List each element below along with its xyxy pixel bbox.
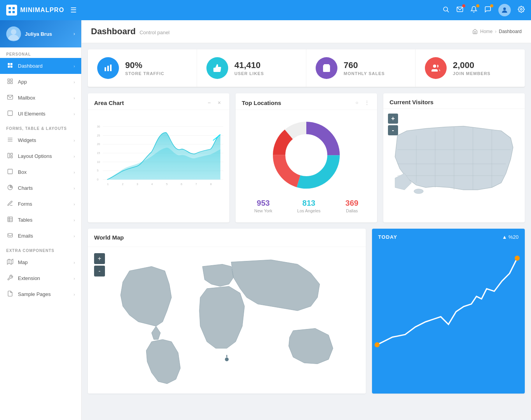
zoom-out-button[interactable]: -	[388, 125, 398, 135]
hamburger-icon[interactable]: ☰	[70, 6, 77, 14]
sidebar-item-map[interactable]: Map ›	[0, 254, 81, 270]
zoom-in-button[interactable]: +	[388, 114, 398, 124]
svg-rect-0	[9, 7, 11, 9]
sidebar-user-avatar	[6, 26, 21, 41]
world-map-body: + -	[88, 247, 366, 394]
sidebar-item-box[interactable]: Box ›	[0, 164, 81, 180]
logo-text: MINIMALPRO	[20, 7, 64, 14]
chevron-right-icon: ›	[73, 64, 75, 68]
svg-rect-17	[10, 82, 12, 84]
donut-stats: 953 New York 813 Los Angeles 369 Dallas	[242, 194, 371, 216]
sidebar-item-emails[interactable]: Emails ›	[0, 228, 81, 244]
donut-stat-la: 813 Los Angeles	[297, 199, 321, 213]
current-visitors-title: Current Visitors	[390, 99, 433, 105]
today-pct: ▲ %20	[502, 234, 519, 240]
us-map-svg	[388, 117, 520, 202]
svg-text:25: 25	[97, 134, 100, 137]
monthly-sales-icon-circle	[316, 57, 337, 79]
svg-text:6: 6	[181, 182, 182, 186]
sidebar-item-forms[interactable]: Forms ›	[0, 196, 81, 212]
sidebar-item-label: Emails	[18, 233, 73, 239]
chevron-right-icon: ›	[73, 154, 75, 159]
breadcrumb: Home › Dashboard	[472, 29, 522, 34]
world-zoom-out-button[interactable]: -	[94, 266, 105, 276]
sidebar-item-ui-elements[interactable]: UI Elements ›	[0, 106, 81, 122]
sidebar-item-label: Mailbox	[18, 95, 73, 101]
stat-newyork-label: New York	[254, 208, 272, 213]
minimize-button[interactable]: −	[205, 99, 213, 107]
svg-rect-19	[8, 111, 12, 116]
svg-text:0: 0	[97, 178, 98, 181]
stat-label: MONTHLY SALES	[344, 71, 385, 76]
sidebar-section-label-personal: PERSONAL	[0, 47, 81, 58]
notification-icon[interactable]	[470, 6, 477, 15]
stat-dallas-value: 369	[346, 199, 358, 208]
world-map-header: World Map	[88, 229, 366, 247]
chat-icon[interactable]	[484, 6, 491, 15]
sidebar-item-sample-pages[interactable]: Sample Pages ›	[0, 286, 81, 302]
stat-card-store-traffic: 90% STORE TRAFFIC	[88, 49, 197, 87]
svg-rect-13	[10, 66, 12, 68]
sidebar-user-chevron-icon: ›	[73, 31, 75, 37]
sidebar-item-label: Sample Pages	[18, 291, 73, 297]
svg-rect-36	[107, 66, 109, 71]
world-map-controls: + -	[94, 253, 105, 276]
close-button[interactable]: ×	[215, 99, 223, 107]
widgets-icon	[6, 136, 14, 144]
sidebar-item-mailbox[interactable]: Mailbox ›	[0, 90, 81, 106]
world-zoom-in-button[interactable]: +	[94, 253, 105, 264]
menu-button[interactable]: ⋮	[363, 99, 371, 107]
mail-icon[interactable]	[456, 6, 463, 15]
stat-label: USER LIKES	[234, 71, 264, 76]
svg-text:7: 7	[196, 182, 197, 186]
sidebar-item-layout-options[interactable]: Layout Options ›	[0, 148, 81, 164]
current-visitors-body: + -	[383, 109, 525, 208]
breadcrumb-home: Home	[480, 29, 493, 34]
sidebar-user[interactable]: Juliya Brus ›	[0, 20, 81, 47]
svg-text:30: 30	[97, 125, 100, 128]
sidebar-item-label: Map	[18, 259, 73, 265]
svg-rect-26	[8, 169, 12, 174]
today-card: TODAY ▲ %20	[372, 229, 525, 394]
sidebar-item-dashboard[interactable]: Dashboard ›	[0, 58, 81, 74]
search-icon[interactable]	[442, 6, 449, 15]
sidebar-section-forms: FORMS, TABLE & LAYOUTS Widgets › Layout …	[0, 122, 81, 244]
sidebar-item-tables[interactable]: Tables ›	[0, 212, 81, 228]
refresh-button[interactable]: ○	[353, 99, 361, 107]
avatar[interactable]	[498, 4, 511, 16]
logo: MINIMALPRO	[6, 5, 64, 16]
chevron-right-icon: ›	[73, 80, 75, 84]
settings-icon[interactable]	[518, 6, 525, 15]
world-map-card: World Map + -	[88, 229, 366, 394]
main-content: Dashboard Control panel Home › Dashboard…	[82, 20, 531, 420]
sidebar-item-widgets[interactable]: Widgets ›	[0, 132, 81, 148]
stat-card-user-likes: 41,410 USER LIKES	[197, 49, 306, 87]
sidebar-item-label: Extension	[18, 275, 73, 281]
notification-badge	[476, 4, 479, 7]
page-title-group: Dashboard Control panel	[91, 26, 169, 37]
svg-rect-24	[10, 153, 12, 155]
svg-rect-25	[10, 156, 12, 158]
sidebar-section-label-extra: EXTRA COMPONENTS	[0, 244, 81, 254]
sidebar-item-charts[interactable]: Charts ›	[0, 180, 81, 196]
svg-rect-23	[8, 153, 10, 158]
chat-badge	[490, 4, 493, 7]
sidebar-item-extension[interactable]: Extension ›	[0, 270, 81, 286]
today-label: TODAY	[378, 234, 397, 240]
svg-text:10: 10	[97, 160, 100, 164]
home-icon	[472, 29, 478, 34]
store-traffic-icon-circle	[97, 57, 119, 79]
svg-point-68	[414, 189, 423, 194]
sidebar-section-extra: EXTRA COMPONENTS Map › Extension › Sam	[0, 244, 81, 302]
stat-info: 760 MONTHLY SALES	[344, 60, 385, 76]
sidebar-item-app[interactable]: App ›	[0, 74, 81, 90]
main-layout: Juliya Brus › PERSONAL Dashboard › App ›	[0, 20, 531, 420]
svg-point-67	[286, 135, 327, 175]
stat-card-monthly-sales: 760 MONTHLY SALES	[306, 49, 416, 87]
content-header: Dashboard Control panel Home › Dashboard	[82, 20, 531, 43]
breadcrumb-separator: ›	[495, 29, 496, 34]
world-map-title: World Map	[94, 234, 124, 241]
sidebar-section-label-forms: FORMS, TABLE & LAYOUTS	[0, 122, 81, 132]
svg-point-69	[225, 357, 229, 361]
donut-chart-svg	[267, 116, 345, 194]
